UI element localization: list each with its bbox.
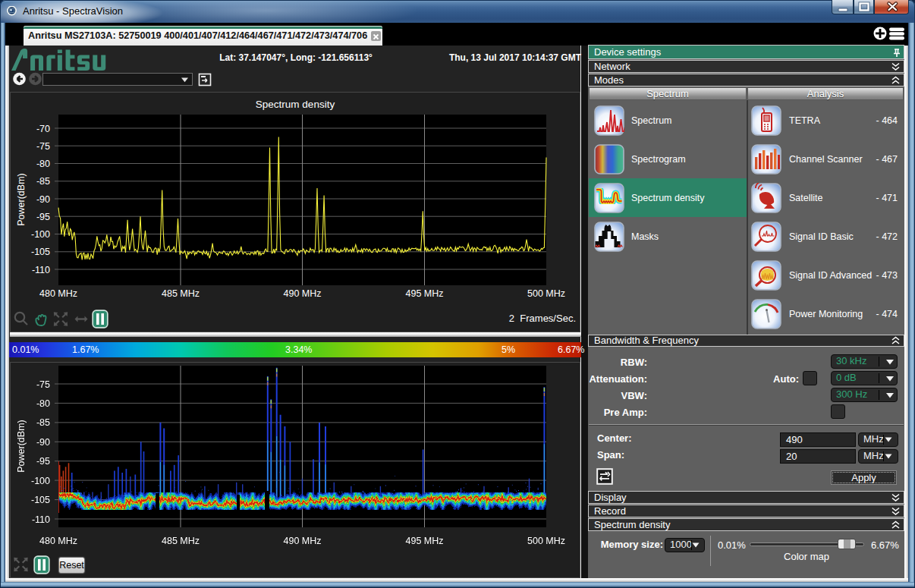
svg-text:-110: -110	[32, 514, 50, 525]
svg-text:490 MHz: 490 MHz	[283, 536, 321, 546]
svg-text:-75: -75	[36, 379, 50, 390]
svg-text:-85: -85	[36, 417, 50, 428]
svg-text:-80: -80	[36, 398, 50, 409]
svg-text:Power(dBm): Power(dBm)	[16, 420, 27, 472]
svg-text:485 MHz: 485 MHz	[162, 536, 200, 546]
svg-text:480 MHz: 480 MHz	[39, 536, 77, 546]
svg-text:500 MHz: 500 MHz	[527, 536, 565, 546]
svg-text:495 MHz: 495 MHz	[405, 536, 443, 546]
svg-text:-105: -105	[31, 495, 50, 505]
svg-text:-100: -100	[31, 476, 50, 486]
svg-text:-95: -95	[36, 456, 50, 467]
svg-text:-90: -90	[36, 437, 50, 448]
